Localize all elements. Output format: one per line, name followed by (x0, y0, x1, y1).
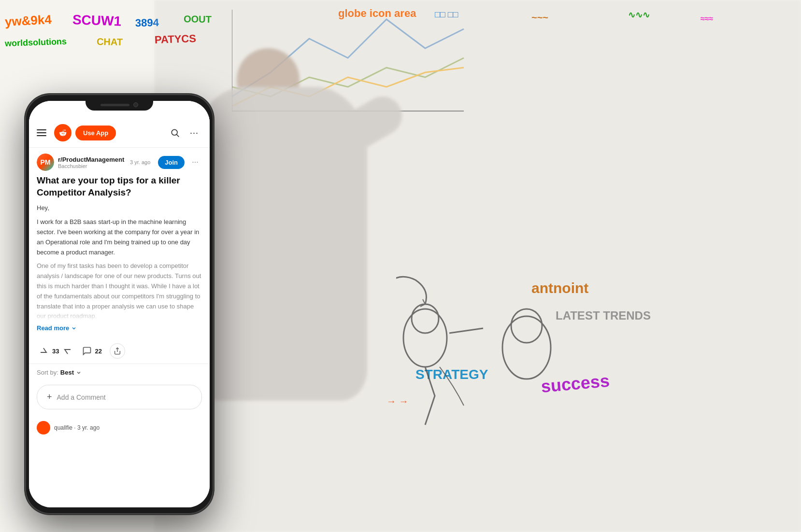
post-body-para1: Hey, (37, 203, 202, 213)
add-comment-label: Add a Comment (57, 393, 106, 401)
commenter-avatar (37, 421, 50, 434)
svg-point-7 (172, 129, 177, 135)
hamburger-line-1 (37, 129, 46, 130)
post-body-para2: I work for a B2B saas start-up in the ma… (37, 217, 202, 257)
svg-line-8 (177, 135, 179, 137)
upvote-button[interactable] (37, 344, 50, 358)
hamburger-button[interactable] (37, 126, 50, 140)
reddit-icon (57, 127, 68, 138)
scribble-6: CHAT (97, 36, 123, 48)
reddit-app: Use App ··· (29, 101, 210, 507)
read-more-button[interactable]: Read more (37, 324, 77, 332)
share-icon (114, 347, 121, 355)
hamburger-line-2 (37, 132, 46, 133)
vote-group: 33 (37, 344, 74, 358)
reddit-logo[interactable] (54, 124, 72, 141)
scribble-1: yw&9k4 (4, 12, 52, 29)
phone-wrapper: Use App ··· (25, 94, 214, 514)
avatar-letter: PM (41, 158, 51, 166)
search-button[interactable] (167, 125, 183, 140)
vote-count: 33 (52, 348, 59, 355)
comment-count: 22 (95, 348, 101, 355)
phone-notch (86, 99, 153, 111)
comment-icon (82, 346, 92, 356)
avatar-inner: PM (37, 154, 54, 171)
phone-frame: Use App ··· (25, 94, 214, 514)
search-icon (170, 128, 180, 138)
sort-value[interactable]: Best (60, 369, 74, 376)
sort-chevron-icon (76, 370, 82, 376)
use-app-button[interactable]: Use App (75, 126, 116, 140)
downvote-button[interactable] (61, 344, 74, 358)
upvote-icon (39, 347, 48, 355)
post-content: What are your top tips for a killer Comp… (29, 175, 210, 332)
hamburger-line-3 (37, 135, 46, 136)
add-comment-box[interactable]: + Add a Comment (37, 385, 202, 409)
commenter-name: quallfie · 3 yr. ago (54, 424, 100, 431)
scroll-content[interactable]: PM r/ProductManagement Bacchusbier 3 yr.… (29, 148, 210, 507)
share-button[interactable] (110, 343, 125, 359)
scribble-5: worldsolutions (5, 37, 67, 49)
subreddit-avatar: PM (37, 154, 54, 171)
post-info: Bacchusbier (58, 163, 126, 169)
add-comment-plus-icon: + (47, 392, 52, 402)
join-button[interactable]: Join (158, 156, 185, 169)
post-time: 3 yr. ago (130, 159, 150, 165)
notch-camera (133, 102, 138, 107)
sort-bar: Sort by: Best (29, 364, 210, 381)
comment-button[interactable]: 22 (82, 346, 101, 356)
phone-screen: Use App ··· (29, 101, 210, 507)
scribble-2: SCUW1 (72, 12, 121, 29)
post-author: Bacchusbier (58, 163, 87, 169)
post-body-para3: One of my first tasks has been to develo… (37, 261, 202, 322)
blur-overlay (155, 0, 801, 532)
action-bar: 33 22 (29, 338, 210, 364)
downvote-icon (63, 347, 72, 355)
more-options-button[interactable]: ··· (186, 125, 202, 140)
post-title: What are your top tips for a killer Comp… (37, 175, 202, 198)
read-more-label: Read more (37, 324, 69, 332)
post-options-button[interactable]: ··· (188, 155, 202, 169)
sort-label: Sort by: (37, 369, 58, 376)
notch-speaker (100, 104, 129, 106)
post-meta: r/ProductManagement Bacchusbier (58, 156, 126, 169)
chevron-down-icon (71, 325, 77, 331)
commenter-row: quallfie · 3 yr. ago (29, 417, 210, 438)
post-header: PM r/ProductManagement Bacchusbier 3 yr.… (29, 148, 210, 175)
subreddit-name[interactable]: r/ProductManagement (58, 156, 126, 163)
